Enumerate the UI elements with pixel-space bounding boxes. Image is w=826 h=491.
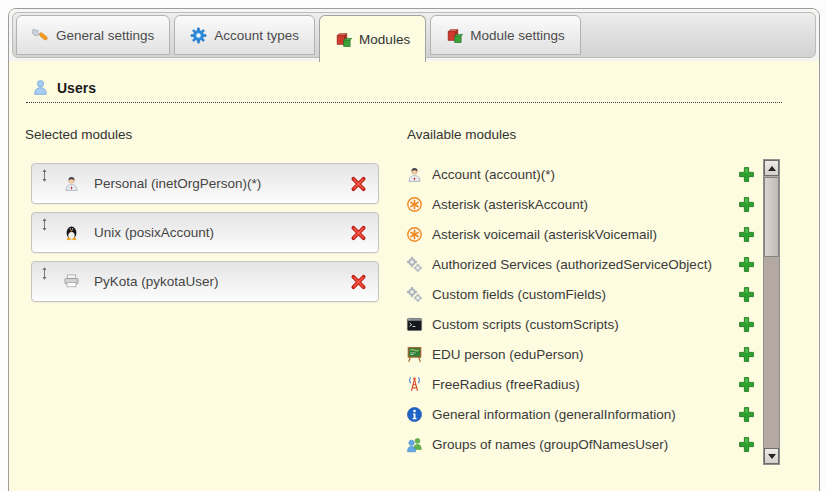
asterisk-icon (406, 226, 423, 243)
arrow-down-icon (768, 454, 776, 459)
selected-modules-list: Personal (inetOrgPerson)(*) (31, 163, 379, 310)
remove-module-button[interactable] (350, 224, 367, 241)
available-module-row: EDU person (eduPerson) (406, 339, 755, 369)
module-label: Custom scripts (customScripts) (432, 317, 619, 332)
tux-icon (63, 224, 80, 241)
terminal-icon (406, 316, 423, 333)
chalkboard-icon (406, 346, 423, 363)
asterisk-icon (406, 196, 423, 213)
scroll-up-button[interactable] (764, 160, 779, 176)
module-label: General information (generalInformation) (432, 407, 676, 422)
gear-icon (190, 27, 207, 44)
add-module-button[interactable] (738, 376, 755, 393)
module-label: Unix (posixAccount) (94, 225, 214, 240)
add-module-button[interactable] (738, 256, 755, 273)
available-modules-heading: Available modules (407, 127, 516, 142)
group-icon (406, 436, 423, 453)
add-module-button[interactable] (738, 286, 755, 303)
businessman-icon (406, 166, 423, 183)
add-module-button[interactable] (738, 316, 755, 333)
available-module-row: Account (account)(*) (406, 159, 755, 189)
tab-label: Module settings (470, 28, 565, 43)
printer-icon (63, 273, 80, 290)
tab-label: General settings (56, 28, 154, 43)
available-modules-list: Account (account)(*) Aste (406, 159, 755, 459)
available-module-row: Custom fields (customFields) (406, 279, 755, 309)
remove-module-button[interactable] (350, 273, 367, 290)
selected-module-row[interactable]: Personal (inetOrgPerson)(*) (31, 163, 379, 204)
available-module-row: Asterisk voicemail (asteriskVoicemail) (406, 219, 755, 249)
section-title: Users (57, 80, 96, 96)
module-label: Authorized Services (authorizedServiceOb… (432, 257, 712, 272)
gears-icon (406, 286, 423, 303)
available-module-row: FreeRadius (freeRadius) (406, 369, 755, 399)
drag-handle-icon[interactable] (40, 267, 49, 280)
module-label: FreeRadius (freeRadius) (432, 377, 580, 392)
available-module-row: Custom scripts (customScripts) (406, 309, 755, 339)
add-module-button[interactable] (738, 196, 755, 213)
module-label: Groups of names (groupOfNamesUser) (432, 437, 668, 452)
available-module-row: Asterisk (asteriskAccount) (406, 189, 755, 219)
add-module-button[interactable] (738, 166, 755, 183)
selected-modules-heading: Selected modules (25, 127, 132, 142)
selected-module-row[interactable]: PyKota (pykotaUser) (31, 261, 379, 302)
available-module-row: Authorized Services (authorizedServiceOb… (406, 249, 755, 279)
module-label: Asterisk (asteriskAccount) (432, 197, 588, 212)
module-label: PyKota (pykotaUser) (94, 274, 219, 289)
selected-module-row[interactable]: Unix (posixAccount) (31, 212, 379, 253)
arrow-up-icon (768, 166, 776, 171)
available-modules-scrollbar[interactable] (763, 159, 780, 465)
tab-general-settings[interactable]: General settings (16, 15, 170, 55)
tab-bar: General settings (12, 12, 816, 58)
add-module-button[interactable] (738, 436, 755, 453)
drag-handle-icon[interactable] (40, 169, 49, 182)
wrench-icon (32, 27, 49, 44)
tab-account-types[interactable]: Account types (174, 15, 315, 55)
add-module-button[interactable] (738, 346, 755, 363)
module-label: Personal (inetOrgPerson)(*) (94, 176, 261, 191)
drag-handle-icon[interactable] (40, 218, 49, 231)
users-section-header: Users (26, 79, 782, 103)
add-module-button[interactable] (738, 226, 755, 243)
scroll-down-button[interactable] (764, 448, 779, 464)
info-icon (406, 406, 423, 423)
tab-area: General settings (9, 9, 819, 61)
scrollbar-thumb[interactable] (764, 177, 779, 257)
businessman-icon (63, 175, 80, 192)
available-module-row: General information (generalInformation) (406, 399, 755, 429)
available-module-row: Groups of names (groupOfNamesUser) (406, 429, 755, 459)
antenna-icon (406, 376, 423, 393)
gears-icon (406, 256, 423, 273)
tab-label: Modules (359, 32, 410, 47)
module-label: Asterisk voicemail (asteriskVoicemail) (432, 227, 657, 242)
user-silhouette-icon (32, 79, 49, 96)
remove-module-button[interactable] (350, 175, 367, 192)
add-module-button[interactable] (738, 406, 755, 423)
modules-icon (446, 27, 463, 44)
tab-label: Account types (214, 28, 299, 43)
module-label: Custom fields (customFields) (432, 287, 606, 302)
module-label: Account (account)(*) (432, 167, 555, 182)
tab-module-settings[interactable]: Module settings (430, 15, 581, 55)
configuration-panel: General settings (8, 8, 820, 491)
tab-modules[interactable]: Modules (319, 15, 426, 62)
module-label: EDU person (eduPerson) (432, 347, 584, 362)
modules-icon (335, 31, 352, 48)
